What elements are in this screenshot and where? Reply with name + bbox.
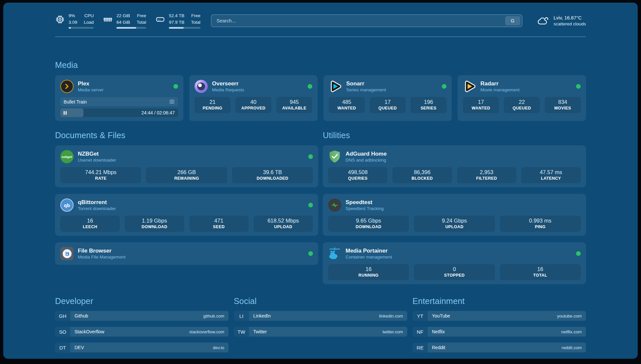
bookmark-abbr: RE [412, 343, 428, 352]
cpu-usage-value: 9% [69, 13, 77, 19]
service-card-overseerr[interactable]: Overseerr Media Requests 21 PENDING 40 A… [189, 75, 318, 121]
stat-series: 196 SERIES [411, 97, 446, 113]
radarr-name: Radarr [480, 80, 520, 87]
cpu-load-label: Load [84, 19, 94, 26]
scattered-clouds-icon [537, 15, 549, 26]
sonarr-subtitle: Series management [346, 87, 386, 92]
top-bar: 9% 3.09 CPU Load [55, 3, 586, 29]
filebrowser-icon [60, 247, 74, 260]
cpu-widget: 9% 3.09 CPU Load [55, 13, 94, 29]
bookmark-dev[interactable]: DT DEV dev.to [55, 343, 229, 352]
cpu-load-value: 3.09 [69, 19, 77, 26]
stat-downloaded: 39.6 TB DOWNLOADED [232, 167, 313, 183]
memory-progress-fill [116, 27, 136, 29]
radarr-icon [463, 80, 476, 93]
disk-widget: 52.4 TB 97.9 TB Free Total [155, 13, 200, 29]
stat-queued: 22 QUEUED [504, 97, 540, 113]
radarr-stats: 17 WANTED 22 QUEUED 834 MOVIES [463, 97, 581, 113]
section-title-utilities: Utilities [323, 130, 586, 140]
bookmark-group-entertainment: Entertainment YT YouTube youtube.com NF … [412, 296, 586, 358]
radarr-status-dot [576, 84, 581, 89]
disk-progress-fill [169, 27, 184, 29]
service-card-speedtest[interactable]: Speedtest Speedtest Tracking 9.65 Gbps D… [323, 194, 586, 236]
bookmark-body: Netflix netflix.com [428, 327, 586, 337]
bookmark-name: Twitter [253, 329, 267, 334]
filebrowser-subtitle: Media File Management [78, 255, 126, 259]
stat-wanted: 485 WANTED [329, 97, 365, 113]
bookmark-body: YouTube youtube.com [428, 311, 586, 321]
cpu-usage-label: CPU [84, 13, 94, 19]
plex-now-playing-row: Bullet Train [60, 97, 178, 106]
bookmark-youtube[interactable]: YT YouTube youtube.com [412, 311, 586, 321]
disk-total-label: Total [191, 19, 200, 26]
filebrowser-header: File Browser Media File Management [60, 246, 313, 261]
middle-columns: Documents & Files nzbget NZBGet Usenet d… [55, 130, 586, 284]
bookmark-abbr: GH [55, 311, 70, 321]
memory-total-value: 64 GiB [116, 19, 130, 26]
plex-status-dot [173, 84, 178, 89]
service-card-adguard[interactable]: AdGuard Home DNS and adblocking 498,508 … [323, 145, 586, 187]
resource-widgets: 9% 3.09 CPU Load [55, 13, 200, 29]
bookmark-linkedin[interactable]: LI LinkedIn linkedin.com [234, 311, 407, 321]
bookmark-abbr: DT [55, 343, 70, 352]
bookmark-body: Twitter twitter.com [249, 327, 407, 337]
camera-icon [169, 99, 175, 105]
stat-upload: 618.52 Mbps UPLOAD [254, 216, 313, 232]
bookmark-abbr: YT [412, 311, 428, 321]
service-card-nzbget[interactable]: nzbget NZBGet Usenet downloader 744.21 M… [55, 145, 318, 187]
cpu-progress-fill [69, 27, 71, 29]
service-card-filebrowser[interactable]: File Browser Media File Management [55, 242, 318, 265]
plex-playback-progress: 24:44 / 02:06:47 [60, 108, 178, 117]
dashboard-page: 9% 3.09 CPU Load [3, 3, 638, 359]
media-grid: Plex Media server Bullet Train 24:44 / 0… [55, 75, 586, 121]
qbittorrent-header: qb qBittorrent Torrent downloader [60, 198, 313, 212]
bookmark-url: reddit.com [562, 345, 582, 350]
weather-location-temp: Lviv, 16.87°C [554, 15, 586, 21]
adguard-subtitle: DNS and adblocking [346, 158, 387, 163]
cpu-stats: 9% 3.09 CPU Load [69, 13, 94, 29]
memory-free-value: 22 GiB [116, 13, 130, 19]
memory-free-label: Free [137, 13, 146, 19]
sonarr-name: Sonarr [346, 80, 386, 87]
plex-icon [60, 80, 74, 93]
stat-running: 16 RUNNING [328, 264, 409, 280]
plex-name: Plex [78, 80, 104, 87]
adguard-stats: 498,508 QUERIES 86,396 BLOCKED 2,953 FIL… [328, 167, 581, 183]
bookmark-twitter[interactable]: TW Twitter twitter.com [234, 327, 407, 337]
search-provider-button[interactable]: G [505, 16, 520, 25]
qbittorrent-icon: qb [60, 198, 74, 212]
bookmark-body: Github github.com [70, 311, 229, 321]
stat-available: 945 AVAILABLE [276, 97, 312, 113]
bookmark-reddit[interactable]: RE Reddit reddit.com [412, 343, 586, 352]
service-card-sonarr[interactable]: Sonarr Series management 485 WANTED 17 Q… [323, 75, 452, 121]
stat-download: 9.65 Gbps DOWNLOAD [328, 216, 409, 232]
adguard-shield-icon [328, 150, 341, 163]
bookmark-netflix[interactable]: NF Netflix netflix.com [412, 327, 586, 337]
nzbget-name: NZBGet [78, 151, 116, 157]
service-card-portainer[interactable]: Media Portainer Container management 16 … [323, 242, 586, 284]
stat-movies: 834 MOVIES [545, 97, 581, 113]
bookmark-name: Netflix [432, 329, 445, 334]
stat-queued: 17 QUEUED [370, 97, 406, 113]
cpu-progress-bar [69, 27, 94, 29]
bookmark-body: DEV dev.to [70, 343, 229, 352]
overseerr-status-dot [308, 84, 312, 89]
stat-ping: 0.993 ms PING [500, 216, 581, 232]
disk-total-value: 97.9 TB [169, 19, 184, 26]
plex-header: Plex Media server [60, 79, 178, 94]
bookmark-url: linkedin.com [379, 314, 403, 318]
service-card-radarr[interactable]: Radarr Movie management 17 WANTED 22 QUE… [458, 75, 586, 121]
bookmark-body: StackOverflow stackoverflow.com [70, 327, 229, 337]
memory-stats: 22 GiB 64 GiB Free Total [116, 13, 146, 29]
speedtest-pulse-icon [328, 198, 341, 212]
search-input[interactable] [216, 18, 505, 24]
bookmark-stackoverflow[interactable]: SO StackOverflow stackoverflow.com [55, 327, 229, 337]
stat-download: 1.19 Gbps DOWNLOAD [125, 216, 184, 232]
stat-filtered: 2,953 FILTERED [457, 167, 516, 183]
speedtest-stats: 9.65 Gbps DOWNLOAD 9.24 Gbps UPLOAD 0.99… [328, 216, 581, 232]
bookmark-url: dev.to [213, 345, 224, 350]
bookmark-github[interactable]: GH Github github.com [55, 311, 229, 321]
service-card-plex[interactable]: Plex Media server Bullet Train 24:44 / 0… [55, 75, 183, 121]
qbittorrent-name: qBittorrent [78, 199, 116, 206]
service-card-qbittorrent[interactable]: qb qBittorrent Torrent downloader 16 LEE… [55, 194, 318, 236]
